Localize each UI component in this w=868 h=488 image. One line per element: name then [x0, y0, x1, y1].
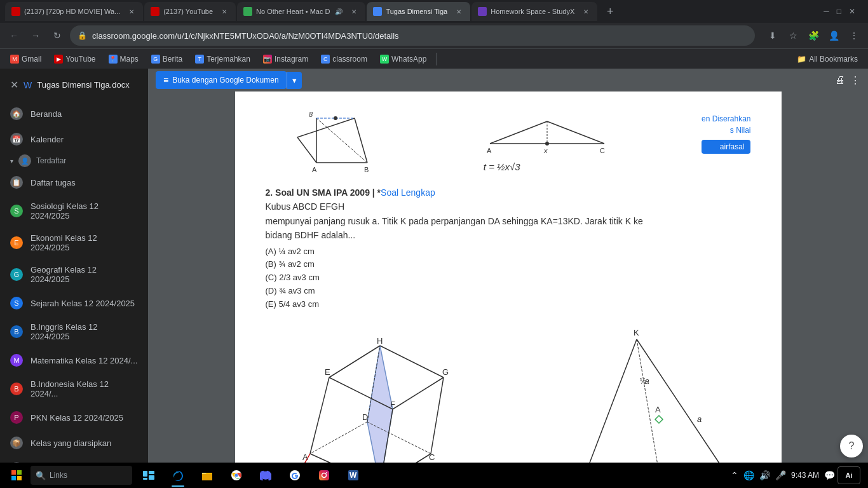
- help-button[interactable]: ?: [840, 435, 863, 458]
- clock[interactable]: 9:43 AM: [789, 471, 822, 480]
- pkn-icon: P: [10, 411, 23, 424]
- svg-text:E: E: [325, 367, 330, 377]
- start-button[interactable]: [3, 463, 31, 488]
- sidebar-close-btn[interactable]: ✕: [10, 79, 18, 91]
- terjemahkan-label: Terjemahkan: [207, 55, 250, 64]
- tab-studyx[interactable]: Homework Space - StudyX ✕: [471, 2, 597, 21]
- star-icon[interactable]: ☆: [784, 27, 802, 44]
- notification-icon[interactable]: 💬: [824, 470, 835, 480]
- tab-close-tugas[interactable]: ✕: [454, 6, 464, 17]
- url-bar[interactable]: 🔒 classroom.google.com/u/1/c/NjkxNTE5MTU…: [70, 25, 755, 46]
- tray-icons: ⌃ 🌐 🔊 🎤: [731, 470, 786, 480]
- time-display: 9:43 AM: [789, 471, 822, 480]
- main-area: ✕ W Tugas Dimensi Tiga.docx 🏠 Beranda 📅 …: [0, 69, 868, 488]
- sidebar-item-ekonomi[interactable]: E Ekonomi Kelas 12 2024/2025: [0, 227, 148, 259]
- sidebar-item-arsip[interactable]: 📦 Kelas yang diarsipkan: [0, 430, 148, 456]
- svg-rect-64: [11, 476, 16, 480]
- chrome-app[interactable]: [222, 463, 250, 488]
- svg-point-11: [334, 116, 337, 120]
- tab-tugas[interactable]: Tugas Dimensi Tiga ✕: [367, 2, 470, 21]
- tab-youtube-hd[interactable]: (2137) [720p HD MOVIE] Wa... ✕: [5, 2, 143, 21]
- network-icon[interactable]: 🌐: [743, 470, 754, 480]
- matematika-icon: M: [10, 354, 23, 367]
- back-button[interactable]: ←: [5, 27, 23, 44]
- close-btn[interactable]: ✕: [849, 7, 855, 16]
- maximize-btn[interactable]: □: [837, 7, 841, 16]
- submit-btn[interactable]: airfasal: [702, 140, 750, 154]
- problem-line3: bidang BDHF adalah...: [266, 228, 751, 242]
- bookmark-gmail[interactable]: M Gmail: [5, 51, 46, 67]
- download-icon[interactable]: ⬇: [764, 27, 782, 44]
- sidebar-item-daftar-tugas[interactable]: 📋 Daftar tugas: [0, 170, 148, 195]
- sidebar-terdaftar-expand[interactable]: ▾ 👤 Terdaftar: [0, 152, 148, 170]
- bookmark-instagram[interactable]: 📷 Instagram: [258, 51, 313, 67]
- sidebar-item-geografi[interactable]: G Geografi Kelas 12 2024/2025: [0, 259, 148, 290]
- tab-close-yt2[interactable]: ✕: [219, 6, 229, 17]
- window-controls: ─ □ ✕: [824, 7, 863, 16]
- extension-icon[interactable]: 🧩: [804, 27, 822, 44]
- instagram-app[interactable]: [310, 463, 338, 488]
- svg-text:A: A: [655, 405, 661, 414]
- sidebar-item-sejarah[interactable]: S Sejarah Kelas 12 2024/2025: [0, 290, 148, 316]
- url-text: classroom.google.com/u/1/c/NjkxNTE5MTUxO…: [92, 31, 747, 41]
- bookmark-maps[interactable]: 📍 Maps: [104, 51, 144, 67]
- bookmark-youtube[interactable]: ▶ YouTube: [49, 51, 100, 67]
- sidebar-item-sosiologi[interactable]: S Sosiologi Kelas 12 2024/2025: [0, 195, 148, 227]
- bindonesia-label: B.Indonesia Kelas 12 2024/...: [31, 379, 138, 398]
- google-app[interactable]: [281, 463, 309, 488]
- tab-youtube[interactable]: (2137) YouTube ✕: [144, 2, 236, 21]
- new-tab-button[interactable]: +: [601, 3, 619, 20]
- ai-button[interactable]: Ai: [837, 466, 860, 484]
- sidebar-item-matematika[interactable]: M Matematika Kelas 12 2024/...: [0, 348, 148, 373]
- settings-icon[interactable]: ⋮: [845, 27, 863, 44]
- right-labels: en Diserahkan s Nilai airfasal: [702, 112, 750, 154]
- tab-noh[interactable]: No Other Heart • Mac D 🔊 ✕: [237, 2, 365, 21]
- discord-app[interactable]: [252, 463, 280, 488]
- sidebar-item-kalender[interactable]: 📅 Kalender: [0, 126, 148, 152]
- bookmark-whatsapp[interactable]: W WhatsApp: [375, 51, 431, 67]
- tab-close-studyx[interactable]: ✕: [581, 6, 591, 17]
- sidebar-item-binggris[interactable]: B B.Inggris Kelas 12 2024/2025: [0, 316, 148, 348]
- nilai-text: s Nilai: [702, 126, 750, 135]
- svg-text:B: B: [364, 166, 369, 173]
- bookmark-berita[interactable]: G Berita: [146, 51, 187, 67]
- tab-close-noh[interactable]: ✕: [349, 6, 359, 17]
- word-app[interactable]: W: [339, 463, 367, 488]
- sidebar-nav: 🏠 Beranda 📅 Kalender ▾ 👤 Terdaftar 📋 Daf…: [0, 101, 148, 481]
- pkn-label: PKN Kelas 12 2024/2025: [31, 413, 123, 423]
- open-doc-dropdown[interactable]: ▾: [287, 72, 302, 89]
- svg-line-26: [393, 377, 444, 409]
- taskbar-tray: ⌃ 🌐 🔊 🎤 9:43 AM 💬 Ai: [731, 466, 865, 484]
- open-doc-button[interactable]: ≡ Buka dengan Google Dokumen: [156, 71, 287, 89]
- minimize-btn[interactable]: ─: [824, 7, 829, 16]
- explorer-app[interactable]: [193, 463, 221, 488]
- doc-icon: W: [24, 80, 32, 90]
- sidebar-item-bindonesia[interactable]: B B.Indonesia Kelas 12 2024/...: [0, 373, 148, 405]
- tab-close-yt1[interactable]: ✕: [126, 6, 137, 17]
- print-icon[interactable]: 🖨: [835, 74, 845, 86]
- bookmark-terjemahkan[interactable]: T Terjemahkan: [190, 51, 255, 67]
- mic-icon[interactable]: 🎤: [775, 470, 786, 480]
- edge-app[interactable]: [164, 463, 192, 488]
- all-bookmarks[interactable]: 📁 All Bookmarks: [792, 55, 863, 64]
- sidebar-item-beranda[interactable]: 🏠 Beranda: [0, 101, 148, 126]
- chevron-up-icon[interactable]: ⌃: [731, 470, 738, 480]
- speaker-icon[interactable]: 🔊: [759, 470, 770, 480]
- open-doc-label: Buka dengan Google Dokumen: [172, 76, 278, 85]
- profile-icon[interactable]: 👤: [825, 27, 843, 44]
- svg-rect-63: [17, 470, 22, 475]
- taskbar-search[interactable]: 🔍 Links: [31, 466, 132, 485]
- file-explorer-icon: [201, 470, 213, 481]
- choice-a: (A) ¼ av2 cm: [266, 245, 751, 259]
- choice-c: (C) 2/3 av3 cm: [266, 271, 751, 285]
- svg-point-77: [326, 472, 327, 473]
- sidebar-item-pkn[interactable]: P PKN Kelas 12 2024/2025: [0, 405, 148, 430]
- bookmark-classroom[interactable]: C classroom: [316, 51, 372, 67]
- more-options-icon[interactable]: ⋮: [850, 74, 860, 86]
- forward-button[interactable]: →: [27, 27, 44, 44]
- formula-text: t = ½x√3: [484, 161, 611, 172]
- arsip-label: Kelas yang diarsipkan: [31, 438, 111, 448]
- taskview-btn[interactable]: [135, 463, 163, 488]
- soal-lengkap-link[interactable]: Soal Lengkap: [381, 187, 435, 198]
- reload-button[interactable]: ↻: [48, 27, 66, 44]
